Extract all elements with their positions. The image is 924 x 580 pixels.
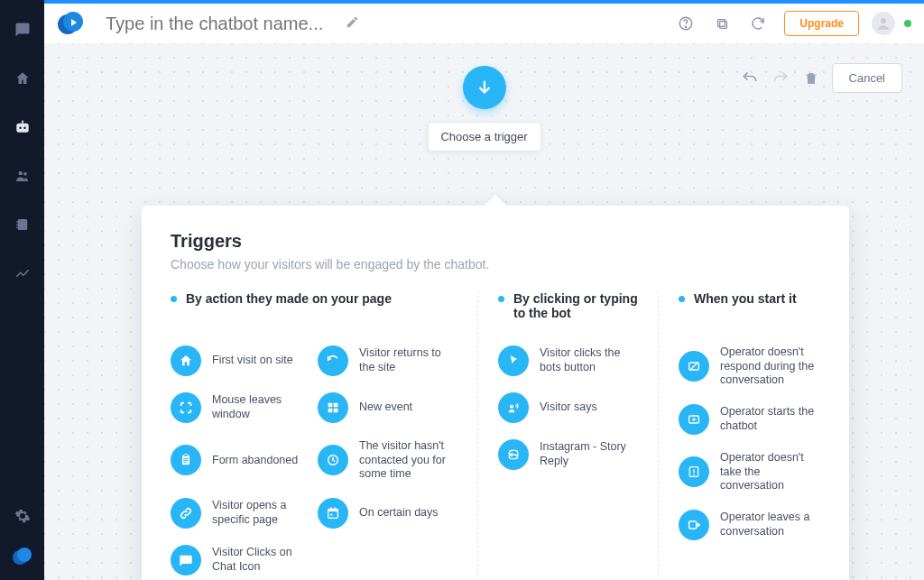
nav-analytics-icon[interactable] [9, 260, 36, 287]
trigger-op-starts[interactable]: Operator starts the chatbot [679, 404, 820, 435]
redo-icon[interactable] [771, 69, 790, 88]
status-dot [904, 20, 911, 27]
svg-point-5 [23, 172, 27, 176]
svg-rect-0 [16, 124, 28, 133]
svg-rect-43 [689, 521, 697, 529]
trigger-col-operator: When you start it Operator doesn't respo… [658, 291, 838, 575]
upgrade-button[interactable]: Upgrade [784, 11, 859, 36]
trash-icon[interactable] [801, 69, 821, 88]
copy-icon[interactable] [710, 12, 734, 35]
svg-rect-17 [719, 21, 726, 28]
svg-rect-8 [16, 224, 18, 226]
brand-logo [57, 9, 86, 38]
trigger-no-contact[interactable]: The visitor hasn't contacted you for som… [318, 439, 459, 482]
home-icon [171, 345, 201, 376]
trigger-visitor-says[interactable]: Visitor says [498, 392, 640, 423]
svg-rect-25 [184, 455, 188, 457]
undo-icon[interactable] [740, 69, 760, 88]
trigger-form-abandoned[interactable]: Form abandoned [171, 439, 312, 482]
play-window-icon [679, 404, 709, 435]
svg-point-19 [881, 18, 886, 23]
svg-rect-20 [328, 403, 333, 408]
trigger-mouse-leaves[interactable]: Mouse leaves window [171, 392, 312, 423]
triggers-panel: Triggers Choose how your visitors will b… [142, 206, 849, 580]
start-circle[interactable] [463, 66, 506, 109]
nav-people-icon[interactable] [9, 162, 36, 189]
svg-point-4 [18, 171, 23, 176]
start-label: Choose a trigger [427, 122, 541, 152]
svg-rect-41 [693, 470, 694, 474]
speaker-icon [498, 392, 529, 423]
svg-rect-27 [183, 460, 188, 461]
svg-marker-39 [693, 418, 697, 421]
trigger-clicks-button[interactable]: Visitor clicks the bots button [498, 345, 640, 376]
trigger-new-event[interactable]: New event [318, 392, 459, 423]
svg-rect-9 [16, 226, 18, 228]
calendar-icon [318, 498, 348, 529]
col-header-label: By action they made on your page [186, 291, 392, 306]
svg-rect-28 [183, 462, 186, 463]
brand-logo-small[interactable] [12, 546, 33, 567]
col-header-label: By clicking or typing to the bot [513, 291, 640, 320]
grid-icon [318, 392, 348, 423]
trigger-col-clicking: By clicking or typing to the bot Visitor… [477, 291, 658, 575]
trigger-certain-days[interactable]: On certain days [318, 498, 459, 529]
cursor-icon [498, 345, 529, 376]
svg-point-16 [686, 26, 687, 27]
nav-bot-icon[interactable] [9, 114, 36, 141]
trigger-col-action: By action they made on your page First v… [171, 291, 477, 575]
svg-rect-7 [16, 221, 18, 223]
svg-rect-33 [334, 507, 335, 510]
nav-home-icon[interactable] [9, 65, 36, 92]
refresh-icon [318, 345, 348, 376]
svg-rect-21 [334, 403, 338, 408]
sync-icon[interactable] [746, 12, 770, 35]
trigger-visitor-returns[interactable]: Visitor returns to the site [318, 345, 459, 376]
panel-subtitle: Choose how your visitors will be engaged… [171, 257, 820, 272]
trigger-first-visit[interactable]: First visit on site [171, 345, 312, 376]
trigger-op-no-respond[interactable]: Operator doesn't respond during the conv… [679, 345, 820, 388]
canvas-toolbar: Cancel [740, 63, 902, 93]
panel-title: Triggers [171, 231, 820, 252]
nav-chat-icon[interactable] [9, 16, 36, 43]
svg-rect-18 [717, 19, 725, 26]
svg-rect-32 [330, 507, 331, 510]
sidebar [0, 0, 44, 580]
warning-icon [679, 456, 709, 487]
svg-rect-34 [330, 514, 332, 516]
avatar[interactable] [872, 12, 895, 35]
svg-rect-3 [22, 121, 23, 124]
svg-rect-22 [328, 409, 333, 413]
trigger-specific-page[interactable]: Visitor opens a specific page [171, 498, 312, 529]
cancel-button[interactable]: Cancel [832, 63, 902, 93]
no-response-icon [679, 351, 709, 382]
svg-rect-42 [693, 474, 694, 475]
trigger-chat-icon-click[interactable]: Visitor Clicks on Chat Icon [171, 545, 312, 575]
svg-rect-26 [183, 458, 188, 459]
svg-rect-23 [334, 409, 338, 413]
leave-icon [679, 510, 709, 540]
trigger-op-no-take[interactable]: Operator doesn't take the conversation [679, 451, 820, 493]
nav-contacts-icon[interactable] [9, 211, 36, 238]
chat-icon [171, 545, 201, 575]
reply-icon [498, 439, 529, 470]
svg-point-1 [19, 127, 22, 130]
svg-point-2 [23, 127, 26, 130]
clipboard-icon [171, 445, 201, 475]
start-node: Choose a trigger [427, 66, 541, 152]
link-icon [171, 498, 201, 529]
col-header-label: When you start it [694, 291, 797, 306]
chatbot-name-input[interactable] [106, 14, 340, 34]
trigger-op-leaves[interactable]: Operator leaves a conversation [679, 510, 820, 540]
nav-settings-icon[interactable] [9, 502, 36, 529]
help-icon[interactable] [674, 12, 698, 35]
svg-rect-6 [17, 219, 27, 230]
svg-point-11 [17, 548, 32, 562]
edit-icon[interactable] [346, 15, 359, 32]
trigger-instagram-reply[interactable]: Instagram - Story Reply [498, 439, 640, 470]
canvas: Cancel Choose a trigger Triggers Choose … [44, 43, 924, 580]
topbar: Upgrade [44, 0, 924, 43]
expand-icon [171, 392, 201, 423]
svg-rect-31 [328, 509, 338, 511]
svg-point-35 [510, 405, 513, 409]
